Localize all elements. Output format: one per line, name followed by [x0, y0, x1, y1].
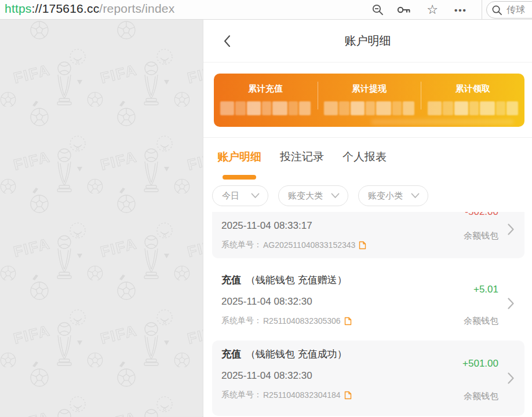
search-text: 传球 — [507, 4, 525, 16]
summary-col-recharge: 累计充值 — [214, 74, 318, 127]
transaction-right-col: +5.01 余额钱包 — [464, 284, 498, 327]
transaction-subtitle: （钱能钱包 充值赠送） — [246, 275, 347, 286]
chevron-down-icon — [331, 193, 340, 199]
more-menu-icon[interactable]: ••• — [453, 2, 469, 17]
copy-icon[interactable] — [359, 241, 366, 250]
transaction-datetime: 2025-11-04 08:32:30 — [221, 370, 455, 382]
transaction-right-col: -502.00 余额钱包 — [464, 212, 498, 258]
order-number: R2511040832305306 — [263, 316, 341, 325]
transaction-right-col: +501.00 余额钱包 — [462, 358, 498, 402]
order-label: 系统单号： — [221, 240, 262, 250]
tab-bar: 账户明细 投注记录 个人报表 — [203, 138, 532, 180]
filter-change-minor-label: 账变小类 — [368, 191, 403, 202]
redacted-value — [428, 101, 518, 115]
wallet-label: 余额钱包 — [464, 391, 498, 402]
filter-change-major-label: 账变大类 — [288, 191, 323, 202]
summary-col-claim: 累计领取 — [421, 74, 524, 127]
wallet-label: 余额钱包 — [464, 231, 498, 242]
chevron-right-icon[interactable] — [508, 224, 514, 235]
url-scheme: https — [5, 2, 32, 15]
transaction-type: 充值 — [221, 275, 241, 286]
redacted-value — [220, 101, 311, 115]
summary-label: 累计提现 — [352, 83, 387, 94]
transaction-amount: -502.00 — [465, 212, 498, 218]
fifa-watermark-pattern: FIFA — [0, 20, 203, 417]
transaction-datetime: 2025-11-04 08:33:17 — [221, 220, 455, 232]
transaction-type: 充值 — [221, 349, 241, 360]
summary-card: 累计充值 累计提现 累计领取 — [214, 74, 524, 127]
chevron-right-icon[interactable] — [508, 298, 514, 309]
filter-date-label: 今日 — [222, 191, 239, 202]
zoom-out-icon[interactable] — [370, 2, 386, 17]
star-icon[interactable]: ☆ — [424, 2, 440, 17]
transaction-order-line: 系统单号：R2511040832304184 — [221, 390, 455, 400]
bar-separator — [482, 0, 482, 19]
transaction-datetime: 2025-11-04 08:32:30 — [221, 296, 455, 308]
summary-card-section: 累计充值 累计提现 累计领取 — [203, 63, 532, 138]
transaction-title: 充值（钱能钱包 充值成功） — [221, 348, 455, 361]
summary-col-withdraw: 累计提现 — [318, 74, 421, 127]
browser-address-bar[interactable]: https://175616.cc/reports/index ☆ ••• 传球 — [0, 0, 532, 20]
tab-bet-records[interactable]: 投注记录 — [280, 149, 324, 180]
summary-label: 累计充值 — [248, 83, 283, 94]
fifa-watermark-background: FIFA — [0, 20, 203, 417]
chevron-down-icon — [411, 193, 420, 199]
browser-search-box[interactable]: 传球 — [486, 1, 532, 19]
order-label: 系统单号： — [221, 390, 262, 400]
transaction-amount: +5.01 — [473, 284, 498, 295]
copy-icon[interactable] — [344, 317, 352, 325]
copy-icon[interactable] — [344, 391, 352, 400]
transaction-subtitle: （钱能钱包 充值成功） — [246, 349, 347, 360]
summary-label: 累计领取 — [456, 83, 490, 94]
star-glyph: ☆ — [427, 3, 438, 16]
chevron-right-icon[interactable] — [508, 372, 514, 384]
transaction-order-line: 系统单号：R2511040832305306 — [221, 316, 455, 326]
page-title: 账户明细 — [345, 33, 391, 49]
redacted-value — [324, 101, 414, 115]
transaction-amount: +501.00 — [462, 358, 498, 370]
transaction-order-line: 系统单号：AG202511040833152343 — [221, 240, 455, 250]
transaction-row[interactable]: 充值（钱能钱包 充值赠送） 2025-11-04 08:32:30 系统单号：R… — [212, 266, 524, 341]
account-detail-panel: 账户明细 累计充值 累计提现 累计领取 账户明细 投注记录 个人报表 今日 — [203, 20, 532, 417]
back-button[interactable] — [220, 34, 235, 49]
transaction-title: 充值（钱能钱包 充值赠送） — [221, 273, 455, 287]
tab-account-detail[interactable]: 账户明细 — [217, 149, 261, 180]
url-path: /reports/index — [99, 2, 174, 15]
search-icon — [491, 5, 502, 16]
order-number: AG202511040833152343 — [263, 240, 355, 250]
filter-date[interactable]: 今日 — [212, 185, 268, 206]
chevron-down-icon — [251, 193, 260, 199]
filter-change-minor[interactable]: 账变小类 — [358, 185, 428, 206]
dots-glyph: ••• — [454, 5, 467, 15]
page-header: 账户明细 — [203, 20, 532, 63]
url-host: ://175616.cc — [32, 2, 100, 15]
transaction-row[interactable]: 充值（钱能钱包 充值成功） 2025-11-04 08:32:30 系统单号：R… — [212, 341, 524, 416]
key-icon[interactable] — [396, 2, 412, 17]
chevron-left-icon — [223, 35, 231, 47]
order-label: 系统单号： — [221, 316, 262, 326]
tab-personal-report[interactable]: 个人报表 — [342, 149, 387, 180]
order-number: R2511040832304184 — [263, 390, 341, 400]
filter-bar: 今日 账变大类 账变小类 — [203, 180, 532, 210]
url-text[interactable]: https://175616.cc/reports/index — [5, 2, 174, 16]
wallet-label: 余额钱包 — [464, 316, 498, 327]
filter-change-major[interactable]: 账变大类 — [278, 185, 348, 206]
transaction-row[interactable]: 2025-11-04 08:33:17 系统单号：AG2025110408331… — [212, 212, 524, 258]
transaction-list: 2025-11-04 08:33:17 系统单号：AG2025110408331… — [203, 210, 532, 416]
